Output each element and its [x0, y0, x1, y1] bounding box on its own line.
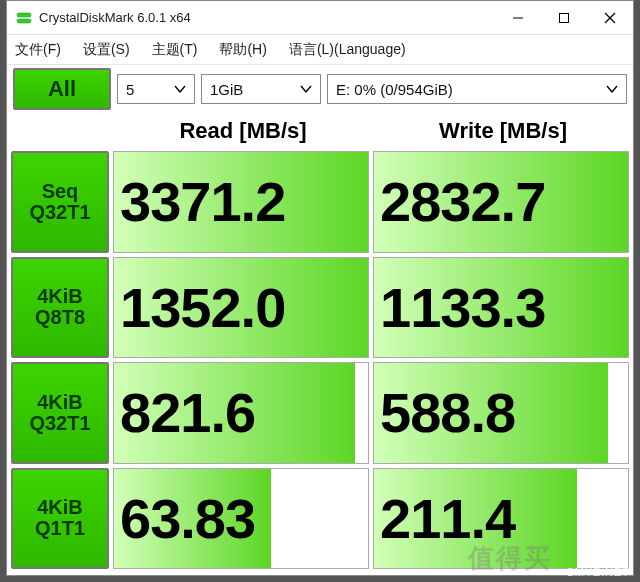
- menubar: 文件(F) 设置(S) 主题(T) 帮助(H) 语言(L)(Language): [7, 35, 633, 65]
- menu-theme[interactable]: 主题(T): [152, 41, 198, 59]
- menu-language[interactable]: 语言(L)(Language): [289, 41, 406, 59]
- read-cell: 821.6: [113, 362, 369, 464]
- test-size-select[interactable]: 1GiB: [201, 74, 321, 104]
- test-seq-q32t1-button[interactable]: Seq Q32T1: [11, 151, 109, 253]
- test-4k-q8t8-button[interactable]: 4KiB Q8T8: [11, 257, 109, 359]
- read-value: 1352.0: [114, 258, 368, 358]
- header-write: Write [MB/s]: [373, 113, 633, 149]
- read-value: 63.83: [114, 469, 368, 569]
- menu-settings[interactable]: 设置(S): [83, 41, 130, 59]
- read-cell: 63.83: [113, 468, 369, 570]
- maximize-button[interactable]: [541, 1, 587, 35]
- chevron-down-icon: [602, 81, 622, 98]
- drive-select[interactable]: E: 0% (0/954GiB): [327, 74, 627, 104]
- runs-select[interactable]: 5: [117, 74, 195, 104]
- titlebar: CrystalDiskMark 6.0.1 x64: [7, 1, 633, 35]
- test-4k-q1t1-button[interactable]: 4KiB Q1T1: [11, 468, 109, 570]
- test-4k-q32t1-button[interactable]: 4KiB Q32T1: [11, 362, 109, 464]
- read-value: 821.6: [114, 363, 368, 463]
- write-value: 2832.7: [374, 152, 628, 252]
- test-label: Seq: [42, 181, 79, 202]
- chevron-down-icon: [296, 81, 316, 98]
- test-sublabel: Q32T1: [29, 202, 90, 223]
- read-cell: 1352.0: [113, 257, 369, 359]
- test-label: 4KiB: [37, 286, 83, 307]
- write-value: 588.8: [374, 363, 628, 463]
- table-row: 4KiB Q8T8 1352.0 1133.3: [11, 255, 629, 361]
- toolbar: All 5 1GiB E: 0% (0/954GiB): [7, 65, 633, 113]
- app-icon: [15, 9, 33, 27]
- results-grid: Seq Q32T1 3371.2 2832.7 4KiB Q8T8 1352.0: [7, 149, 633, 575]
- app-window: CrystalDiskMark 6.0.1 x64 文件(F) 设置(S) 主题…: [6, 0, 634, 576]
- test-sublabel: Q8T8: [35, 307, 85, 328]
- drive-value: E: 0% (0/954GiB): [336, 81, 602, 98]
- write-cell: 211.4: [373, 468, 629, 570]
- read-value: 3371.2: [114, 152, 368, 252]
- test-sublabel: Q32T1: [29, 413, 90, 434]
- size-value: 1GiB: [210, 81, 296, 98]
- test-label: 4KiB: [37, 392, 83, 413]
- read-cell: 3371.2: [113, 151, 369, 253]
- write-cell: 588.8: [373, 362, 629, 464]
- minimize-button[interactable]: [495, 1, 541, 35]
- table-row: 4KiB Q32T1 821.6 588.8: [11, 360, 629, 466]
- column-headers: Read [MB/s] Write [MB/s]: [7, 113, 633, 149]
- run-all-button[interactable]: All: [13, 68, 111, 110]
- menu-help[interactable]: 帮助(H): [219, 41, 266, 59]
- menu-file[interactable]: 文件(F): [15, 41, 61, 59]
- close-button[interactable]: [587, 1, 633, 35]
- runs-value: 5: [126, 81, 170, 98]
- write-cell: 1133.3: [373, 257, 629, 359]
- svg-rect-0: [17, 13, 31, 17]
- chevron-down-icon: [170, 81, 190, 98]
- write-value: 211.4: [374, 469, 628, 569]
- write-value: 1133.3: [374, 258, 628, 358]
- table-row: 4KiB Q1T1 63.83 211.4: [11, 466, 629, 572]
- write-cell: 2832.7: [373, 151, 629, 253]
- header-read: Read [MB/s]: [113, 113, 373, 149]
- svg-rect-3: [560, 13, 569, 22]
- test-sublabel: Q1T1: [35, 518, 85, 539]
- table-row: Seq Q32T1 3371.2 2832.7: [11, 149, 629, 255]
- svg-rect-1: [17, 19, 31, 23]
- header-spacer: [7, 113, 113, 149]
- test-label: 4KiB: [37, 497, 83, 518]
- window-title: CrystalDiskMark 6.0.1 x64: [39, 10, 495, 25]
